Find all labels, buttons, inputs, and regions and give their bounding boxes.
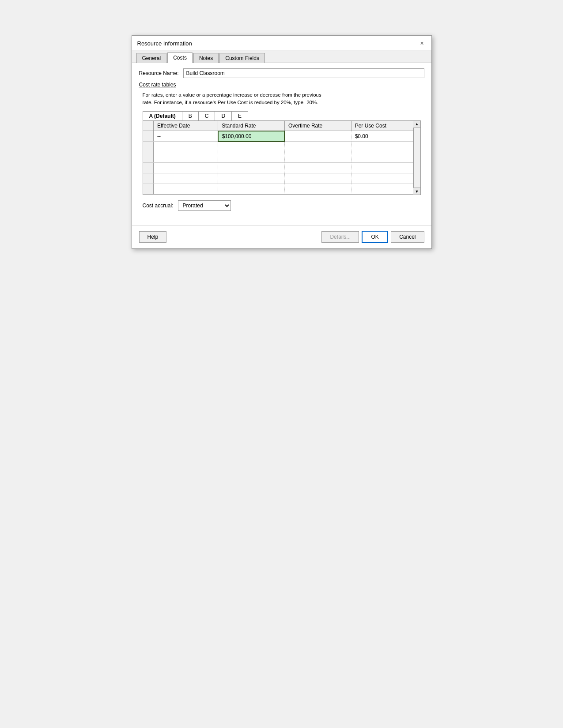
standard-rate-cell[interactable] bbox=[218, 184, 285, 195]
table-row bbox=[143, 184, 413, 195]
rate-tab-d[interactable]: D bbox=[215, 111, 232, 120]
dialog-footer: Help Details... OK Cancel bbox=[132, 225, 431, 248]
accrual-row: Cost accrual: Start End Prorated bbox=[139, 200, 424, 211]
title-bar: Resource Information × bbox=[132, 36, 431, 50]
resource-name-input[interactable] bbox=[183, 68, 424, 78]
row-num-cell bbox=[143, 131, 154, 142]
rate-tab-b[interactable]: B bbox=[182, 111, 199, 120]
rate-table-wrapper: Effective Date Standard Rate Overtime Ra… bbox=[143, 120, 421, 195]
per-use-cost-cell[interactable] bbox=[351, 142, 413, 152]
rate-tab-e[interactable]: E bbox=[232, 111, 248, 120]
per-use-cost-cell[interactable]: $0.00 bbox=[351, 131, 413, 142]
effective-date-cell[interactable] bbox=[154, 163, 218, 173]
info-text: For rates, enter a value or a percentage… bbox=[139, 91, 424, 107]
tabs-bar: General Costs Notes Custom Fields bbox=[132, 50, 431, 63]
row-num-cell bbox=[143, 163, 154, 173]
scrollbar-down-button[interactable]: ▼ bbox=[413, 188, 420, 195]
standard-rate-cell[interactable] bbox=[218, 163, 285, 173]
row-num-cell bbox=[143, 142, 154, 152]
close-button[interactable]: × bbox=[418, 39, 426, 47]
row-num-cell bbox=[143, 184, 154, 195]
table-row bbox=[143, 152, 413, 163]
resource-name-label: Resource Name: bbox=[139, 70, 183, 76]
standard-rate-cell[interactable] bbox=[218, 142, 285, 152]
rate-table: Effective Date Standard Rate Overtime Ra… bbox=[143, 121, 413, 195]
row-num-cell bbox=[143, 152, 154, 163]
overtime-rate-cell[interactable] bbox=[284, 131, 351, 142]
standard-rate-cell-selected[interactable]: $100,000.00 bbox=[218, 131, 285, 142]
overtime-rate-cell[interactable] bbox=[284, 184, 351, 195]
effective-date-cell[interactable] bbox=[154, 142, 218, 152]
effective-date-cell[interactable] bbox=[154, 173, 218, 184]
per-use-cost-cell[interactable] bbox=[351, 173, 413, 184]
tab-notes[interactable]: Notes bbox=[193, 53, 219, 63]
resource-name-row: Resource Name: bbox=[139, 68, 424, 78]
tab-custom-fields[interactable]: Custom Fields bbox=[219, 53, 265, 63]
col-header-effective-date: Effective Date bbox=[154, 121, 218, 131]
tab-costs[interactable]: Costs bbox=[167, 53, 193, 63]
standard-rate-cell[interactable] bbox=[218, 152, 285, 163]
help-button[interactable]: Help bbox=[139, 231, 167, 243]
dialog-title: Resource Information bbox=[137, 40, 192, 47]
per-use-cost-cell[interactable] bbox=[351, 163, 413, 173]
accrual-select[interactable]: Start End Prorated bbox=[178, 200, 231, 211]
overtime-rate-cell[interactable] bbox=[284, 142, 351, 152]
effective-date-cell[interactable]: -- bbox=[154, 131, 218, 142]
scrollbar-up-button[interactable]: ▲ bbox=[413, 121, 420, 128]
per-use-cost-cell[interactable] bbox=[351, 152, 413, 163]
effective-date-cell[interactable] bbox=[154, 184, 218, 195]
dialog-body: Resource Name: Cost rate tables For rate… bbox=[132, 63, 431, 216]
cost-rate-tables-label: Cost rate tables bbox=[139, 82, 424, 88]
row-num-cell bbox=[143, 173, 154, 184]
ok-button[interactable]: OK bbox=[362, 231, 388, 243]
details-button[interactable]: Details... bbox=[321, 231, 359, 243]
footer-right: Details... OK Cancel bbox=[321, 231, 424, 243]
col-header-rownum bbox=[143, 121, 154, 131]
table-row bbox=[143, 163, 413, 173]
rate-tab-a[interactable]: A (Default) bbox=[143, 111, 182, 120]
accrual-label: Cost accrual: bbox=[143, 203, 174, 209]
standard-rate-cell[interactable] bbox=[218, 173, 285, 184]
effective-date-cell[interactable] bbox=[154, 152, 218, 163]
table-scrollbar: ▲ ▼ bbox=[413, 121, 420, 195]
table-row bbox=[143, 142, 413, 152]
cancel-button[interactable]: Cancel bbox=[391, 231, 424, 243]
resource-information-dialog: Resource Information × General Costs Not… bbox=[132, 35, 432, 249]
per-use-cost-cell[interactable] bbox=[351, 184, 413, 195]
tab-general[interactable]: General bbox=[136, 53, 167, 63]
overtime-rate-cell[interactable] bbox=[284, 152, 351, 163]
rate-table-outer: Effective Date Standard Rate Overtime Ra… bbox=[143, 120, 421, 195]
table-row: -- $100,000.00 $0.00 bbox=[143, 131, 413, 142]
overtime-rate-cell[interactable] bbox=[284, 163, 351, 173]
cost-rate-underline-c: C bbox=[139, 82, 143, 88]
col-header-standard-rate: Standard Rate bbox=[218, 121, 285, 131]
col-header-overtime-rate: Overtime Rate bbox=[284, 121, 351, 131]
rate-tab-c[interactable]: C bbox=[199, 111, 215, 120]
overtime-rate-cell[interactable] bbox=[284, 173, 351, 184]
rate-tabs: A (Default) B C D E bbox=[139, 111, 424, 120]
table-row bbox=[143, 173, 413, 184]
footer-left: Help bbox=[139, 231, 167, 243]
col-header-per-use-cost: Per Use Cost bbox=[351, 121, 413, 131]
